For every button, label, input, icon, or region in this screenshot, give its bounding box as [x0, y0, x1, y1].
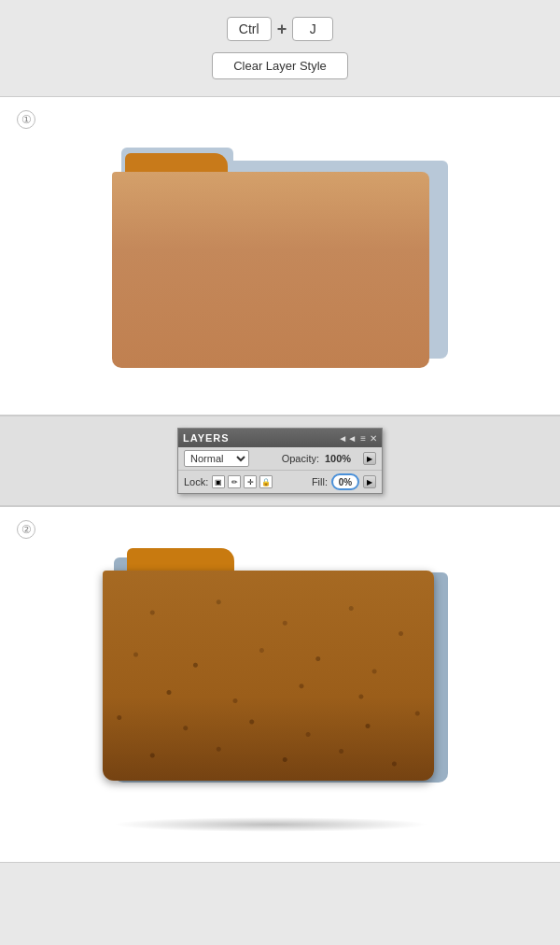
- fill-value[interactable]: 0%: [331, 473, 359, 490]
- layers-row-1: Normal Multiply Screen Opacity: 100% ▶: [178, 447, 382, 471]
- lock-box-4[interactable]: 🔒: [259, 475, 273, 488]
- shortcut-section: Ctrl + J Clear Layer Style: [0, 0, 560, 96]
- fill-label: Fill:: [312, 476, 328, 487]
- ctrl-key: Ctrl: [227, 17, 272, 41]
- folder-2-container: [103, 544, 457, 825]
- j-key: J: [292, 17, 333, 41]
- layers-menu-icon[interactable]: ≡: [360, 433, 366, 444]
- lock-box-2[interactable]: ✏: [228, 475, 241, 488]
- leather-highlight: [103, 571, 434, 697]
- panel-2: ②: [0, 506, 560, 863]
- folder2-leather: [103, 571, 434, 781]
- layers-row-2: Lock: ▣ ✏ ✛ 🔒 Fill: 0% ▶: [178, 471, 382, 493]
- folder-1-container: [112, 125, 448, 387]
- layers-title-icons: ◄◄ ≡ ✕: [338, 433, 377, 444]
- leather-shadow: [103, 697, 434, 781]
- layers-panel: LAYERS ◄◄ ≡ ✕ Normal Multiply Screen Opa…: [177, 428, 383, 494]
- opacity-label: Opacity:: [282, 453, 319, 464]
- shortcut-row: Ctrl + J: [227, 17, 333, 41]
- layers-scroll-icon[interactable]: ◄◄: [338, 433, 357, 444]
- panel-2-number: ②: [17, 520, 35, 539]
- layers-section: LAYERS ◄◄ ≡ ✕ Normal Multiply Screen Opa…: [0, 416, 560, 506]
- layers-titlebar: LAYERS ◄◄ ≡ ✕: [178, 429, 382, 447]
- fill-arrow[interactable]: ▶: [363, 475, 376, 488]
- opacity-value: 100%: [325, 453, 357, 464]
- layers-close-icon[interactable]: ✕: [370, 433, 377, 444]
- folder2-body: [103, 571, 434, 781]
- layers-title: LAYERS: [183, 432, 230, 444]
- lock-box-1[interactable]: ▣: [212, 475, 225, 488]
- panel-1-number: ①: [17, 110, 35, 129]
- panel-1: ①: [0, 96, 560, 416]
- folder2-shadow: [112, 817, 429, 832]
- lock-icons: ▣ ✏ ✛ 🔒: [212, 475, 273, 488]
- opacity-arrow[interactable]: ▶: [363, 452, 376, 465]
- lock-box-3[interactable]: ✛: [244, 475, 257, 488]
- blend-mode-select[interactable]: Normal Multiply Screen: [184, 450, 249, 467]
- clear-layer-style-button[interactable]: Clear Layer Style: [212, 52, 348, 79]
- folder-body: [112, 172, 429, 368]
- plus-symbol: +: [277, 20, 287, 39]
- lock-label: Lock:: [184, 476, 208, 487]
